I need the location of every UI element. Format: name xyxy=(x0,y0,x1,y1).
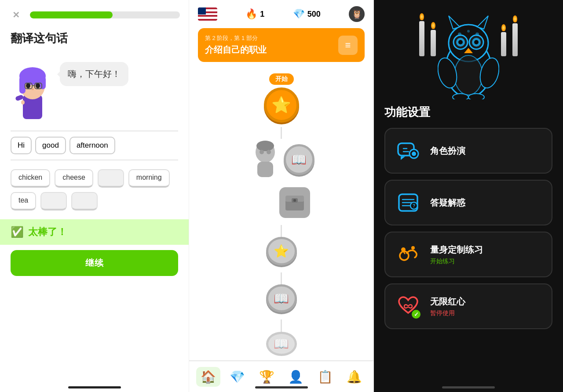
user-avatar[interactable]: 🦉 xyxy=(349,6,365,22)
map-node-book2[interactable]: 📖 xyxy=(266,284,297,312)
feature-card-heart[interactable]: ✓ 无限红心 暂停使用 xyxy=(384,283,552,329)
flag-union xyxy=(198,7,206,15)
speech-text: 嗨，下午好！ xyxy=(68,69,121,79)
success-text: 太棒了！ xyxy=(28,225,67,239)
gem-count: 500 xyxy=(307,10,321,19)
nav-tasks[interactable]: 📋 xyxy=(313,367,337,387)
roleplay-name: 角色扮演 xyxy=(430,145,543,157)
svg-rect-4 xyxy=(40,76,46,89)
section-stage: 第 2 阶段，第 1 部分 xyxy=(205,34,267,42)
word-chip-chicken[interactable]: chicken xyxy=(11,169,50,188)
word-chip-empty-2 xyxy=(40,192,67,211)
feature-card-custom[interactable]: 量身定制练习 开始练习 xyxy=(384,232,552,277)
gem-stat: 💎 500 xyxy=(293,8,321,20)
custom-icon-wrap xyxy=(394,240,422,269)
mascot-owl xyxy=(438,11,499,101)
qa-icon-wrap: ? xyxy=(394,189,422,217)
candle-right-tall xyxy=(512,15,518,56)
candle-body xyxy=(431,30,436,56)
map-row-chest xyxy=(279,187,310,218)
svg-point-40 xyxy=(475,33,479,36)
map-node-chest[interactable] xyxy=(279,187,310,218)
feature-card-qa[interactable]: ? 答疑解惑 xyxy=(384,180,552,225)
svg-text:?: ? xyxy=(413,203,415,208)
svg-point-54 xyxy=(401,247,406,252)
map-connector-1 xyxy=(281,127,282,139)
word-chip-cheese[interactable]: cheese xyxy=(55,169,93,188)
map-node-book[interactable]: 📖 xyxy=(284,144,314,175)
svg-point-37 xyxy=(453,94,468,99)
custom-sub: 开始练习 xyxy=(430,258,543,265)
start-circle[interactable]: ⭐ xyxy=(264,87,299,123)
flame-icon: 🔥 xyxy=(245,8,257,20)
gems-icon: 💎 xyxy=(230,370,245,384)
feature-card-roleplay[interactable]: 角色扮演 xyxy=(384,128,552,174)
left-header: ✕ xyxy=(0,0,189,26)
close-button[interactable]: ✕ xyxy=(9,8,23,22)
nav-bell[interactable]: 🔔 xyxy=(342,367,366,387)
map-node-start[interactable]: 开始 ⭐ xyxy=(264,73,299,123)
svg-point-16 xyxy=(267,150,271,154)
nav-profile[interactable]: 👤 xyxy=(284,367,308,387)
selected-word-good[interactable]: good xyxy=(35,137,66,154)
us-flag-icon[interactable] xyxy=(198,7,217,21)
section-banner[interactable]: 第 2 阶段，第 1 部分 介绍自己的职业 ≡ xyxy=(198,28,365,62)
svg-point-14 xyxy=(256,141,274,151)
svg-point-55 xyxy=(411,246,415,250)
candle-flame xyxy=(501,24,506,31)
svg-point-12 xyxy=(21,100,25,105)
word-options-area: chicken cheese morning tea xyxy=(0,160,189,219)
map-node-star[interactable]: ⭐ xyxy=(266,237,297,265)
left-panel: ✕ 翻译这句话 xyxy=(0,0,189,392)
menu-lines-icon: ≡ xyxy=(345,40,351,51)
svg-marker-25 xyxy=(449,16,460,29)
selected-word-afternoon[interactable]: afternoon xyxy=(69,137,115,154)
svg-point-18 xyxy=(263,154,267,157)
tasks-icon: 📋 xyxy=(318,370,333,384)
translate-title: 翻译这句话 xyxy=(0,26,189,53)
mid-header: 🔥 1 💎 500 🦉 xyxy=(189,0,373,28)
success-banner: ✅ 太棒了！ xyxy=(0,219,189,245)
map-area: 开始 ⭐ 📖 xyxy=(189,69,373,360)
character-avatar xyxy=(11,53,55,123)
candle-body xyxy=(501,32,506,56)
home-icon: 🏠 xyxy=(201,370,216,384)
continue-button[interactable]: 继续 xyxy=(11,250,178,276)
svg-point-39 xyxy=(458,33,461,36)
bottom-home-indicator-mid xyxy=(255,386,308,388)
heart-check-icon: ✓ xyxy=(412,310,420,319)
bottom-home-indicator-left xyxy=(68,386,121,388)
progress-bar-fill xyxy=(30,11,113,18)
svg-point-10 xyxy=(31,88,34,90)
nav-home[interactable]: 🏠 xyxy=(196,367,220,387)
roleplay-icon-wrap xyxy=(394,137,422,165)
progress-bar-background xyxy=(30,11,180,18)
spacer-character xyxy=(249,139,284,180)
svg-point-15 xyxy=(260,150,264,154)
svg-point-44 xyxy=(412,152,416,156)
section-menu-button[interactable]: ≡ xyxy=(338,36,358,55)
flame-stat: 🔥 1 xyxy=(245,8,264,20)
svg-rect-22 xyxy=(293,199,296,202)
map-connector-3 xyxy=(281,272,282,284)
selected-word-hi[interactable]: Hi xyxy=(11,137,32,154)
start-label: 开始 xyxy=(269,73,294,85)
word-chip-morning[interactable]: morning xyxy=(128,169,170,188)
word-chip-empty-1 xyxy=(98,169,124,188)
answer-area[interactable]: Hi good afternoon xyxy=(11,131,178,160)
nav-trophy[interactable]: 🏆 xyxy=(255,367,279,387)
candle-left-medium xyxy=(431,22,436,56)
character-area: 嗨，下午好！ xyxy=(0,53,189,131)
bottom-home-indicator-right xyxy=(442,386,495,388)
qa-name: 答疑解惑 xyxy=(430,197,543,209)
nav-gems[interactable]: 💎 xyxy=(225,367,249,387)
svg-marker-26 xyxy=(477,16,488,29)
word-chip-empty-3 xyxy=(71,192,98,211)
candle-body xyxy=(419,21,424,56)
svg-rect-3 xyxy=(19,76,26,94)
word-chip-tea[interactable]: tea xyxy=(11,192,36,211)
profile-icon: 👤 xyxy=(288,370,303,384)
candle-flame xyxy=(513,15,517,22)
candle-flame xyxy=(431,22,435,29)
flame-count: 1 xyxy=(260,10,264,19)
